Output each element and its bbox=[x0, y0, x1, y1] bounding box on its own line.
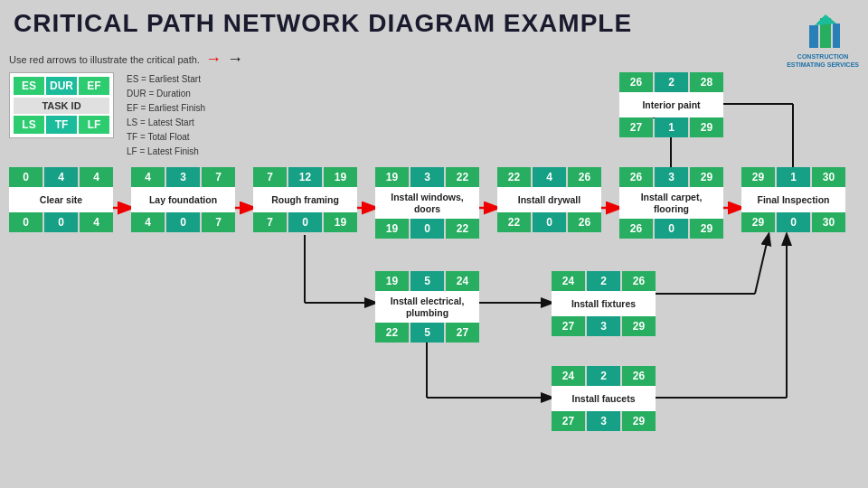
logo: CONSTRUCTION ESTIMATING SERVICES bbox=[787, 7, 859, 69]
node-install-electrical-top: 19 5 24 bbox=[375, 271, 479, 291]
install-faucets-es: 24 bbox=[552, 366, 585, 386]
interior-paint-lf: 29 bbox=[690, 117, 723, 137]
black-arrow-icon: → bbox=[227, 50, 243, 69]
node-install-carpet: 26 3 29 Install carpet, flooring 26 0 29 bbox=[619, 167, 723, 239]
clear-site-es: 0 bbox=[9, 167, 42, 187]
clear-site-ls: 0 bbox=[9, 212, 42, 232]
install-carpet-lf: 29 bbox=[690, 219, 723, 239]
node-install-electrical-bottom: 22 5 27 bbox=[375, 323, 479, 343]
legend-es: ES bbox=[14, 77, 44, 95]
node-install-drywall-bottom: 22 0 26 bbox=[497, 212, 601, 232]
node-final-inspection-bottom: 29 0 30 bbox=[741, 212, 845, 232]
clear-site-label: Clear site bbox=[9, 187, 113, 212]
node-interior-paint-bottom: 27 1 29 bbox=[619, 117, 723, 137]
interior-paint-dur: 2 bbox=[655, 72, 688, 92]
lay-foundation-ls: 4 bbox=[131, 212, 165, 232]
node-install-fixtures-bottom: 27 3 29 bbox=[552, 316, 656, 336]
final-inspection-dur: 1 bbox=[777, 167, 810, 187]
interior-paint-tf: 1 bbox=[655, 117, 688, 137]
legend-definitions: ES = Earliest Start DUR = Duration EF = … bbox=[127, 72, 205, 159]
def-dur: DUR = Duration bbox=[127, 87, 205, 101]
legend-dur: DUR bbox=[46, 77, 77, 95]
install-faucets-ef: 26 bbox=[622, 366, 656, 386]
interior-paint-ls: 27 bbox=[619, 117, 653, 137]
legend-bottom-grid: LS TF LF bbox=[14, 116, 109, 134]
install-fixtures-ef: 26 bbox=[622, 271, 656, 291]
lay-foundation-lf: 7 bbox=[202, 212, 235, 232]
lay-foundation-tf: 0 bbox=[166, 212, 200, 232]
node-rough-framing-bottom: 7 0 19 bbox=[253, 212, 357, 232]
node-clear-site: 0 4 4 Clear site 0 0 4 bbox=[9, 167, 113, 232]
node-lay-foundation-bottom: 4 0 7 bbox=[131, 212, 235, 232]
node-install-faucets: 24 2 26 Install faucets 27 3 29 bbox=[552, 366, 656, 431]
lay-foundation-ef: 7 bbox=[202, 167, 235, 187]
page-title: CRITICAL PATH NETWORK DIAGRAM EXAMPLE bbox=[0, 0, 868, 42]
def-ef: EF = Earliest Finish bbox=[127, 101, 205, 116]
install-electrical-tf: 5 bbox=[410, 323, 444, 343]
node-install-windows-bottom: 19 0 22 bbox=[375, 219, 479, 239]
install-carpet-es: 26 bbox=[619, 167, 653, 187]
install-fixtures-lf: 29 bbox=[622, 316, 656, 336]
node-install-carpet-top: 26 3 29 bbox=[619, 167, 723, 187]
node-install-fixtures: 24 2 26 Install fixtures 27 3 29 bbox=[552, 271, 656, 336]
node-interior-paint: 26 2 28 Interior paint 27 1 29 bbox=[619, 72, 723, 137]
legend-taskid: TASK ID bbox=[14, 98, 109, 114]
node-final-inspection: 29 1 30 Final Inspection 29 0 30 bbox=[741, 167, 845, 232]
install-fixtures-es: 24 bbox=[552, 271, 585, 291]
clear-site-tf: 0 bbox=[44, 212, 78, 232]
node-install-windows: 19 3 22 Install windows, doors 19 0 22 bbox=[375, 167, 479, 239]
clear-site-lf: 4 bbox=[80, 212, 113, 232]
interior-paint-label: Interior paint bbox=[619, 92, 723, 117]
node-install-drywall: 22 4 26 Install drywall 22 0 26 bbox=[497, 167, 601, 232]
node-install-drywall-top: 22 4 26 bbox=[497, 167, 601, 187]
clear-site-ef: 4 bbox=[80, 167, 113, 187]
install-carpet-ef: 29 bbox=[690, 167, 723, 187]
install-windows-es: 19 bbox=[375, 167, 409, 187]
legend-tf: TF bbox=[46, 116, 77, 134]
install-windows-dur: 3 bbox=[410, 167, 444, 187]
install-windows-label: Install windows, doors bbox=[375, 187, 479, 219]
node-install-windows-top: 19 3 22 bbox=[375, 167, 479, 187]
install-fixtures-label: Install fixtures bbox=[552, 291, 656, 316]
node-lay-foundation-top: 4 3 7 bbox=[131, 167, 235, 187]
legend-top-grid: ES DUR EF bbox=[14, 77, 109, 95]
install-electrical-ef: 24 bbox=[446, 271, 479, 291]
def-tf: TF = Total Float bbox=[127, 130, 205, 145]
node-install-electrical: 19 5 24 Install electrical, plumbing 22 … bbox=[375, 271, 479, 343]
rough-framing-label: Rough framing bbox=[253, 187, 357, 212]
install-drywall-label: Install drywall bbox=[497, 187, 601, 212]
def-ls: LS = Latest Start bbox=[127, 116, 205, 130]
final-inspection-label: Final Inspection bbox=[741, 187, 845, 212]
def-es: ES = Earliest Start bbox=[127, 72, 205, 87]
final-inspection-es: 29 bbox=[741, 167, 775, 187]
logo-line1: CONSTRUCTION bbox=[787, 52, 859, 61]
interior-paint-ef: 28 bbox=[690, 72, 723, 92]
svg-marker-3 bbox=[815, 14, 836, 25]
def-lf: LF = Latest Finish bbox=[127, 145, 205, 159]
node-interior-paint-top: 26 2 28 bbox=[619, 72, 723, 92]
install-drywall-ls: 22 bbox=[497, 212, 531, 232]
install-faucets-lf: 29 bbox=[622, 411, 656, 431]
clear-site-dur: 4 bbox=[44, 167, 78, 187]
install-carpet-dur: 3 bbox=[655, 167, 688, 187]
node-clear-site-top: 0 4 4 bbox=[9, 167, 113, 187]
install-electrical-dur: 5 bbox=[410, 271, 444, 291]
lay-foundation-label: Lay foundation bbox=[131, 187, 235, 212]
install-drywall-lf: 26 bbox=[568, 212, 601, 232]
legend-lf: LF bbox=[79, 116, 109, 134]
legend-hint: Use red arrows to illustrate the critica… bbox=[9, 50, 316, 69]
logo-line2: ESTIMATING SERVICES bbox=[787, 61, 859, 69]
rough-framing-ef: 19 bbox=[324, 167, 357, 187]
page: CRITICAL PATH NETWORK DIAGRAM EXAMPLE Us… bbox=[0, 0, 868, 488]
legend-ef: EF bbox=[79, 77, 109, 95]
logo-icon bbox=[800, 7, 845, 52]
rough-framing-lf: 19 bbox=[324, 212, 357, 232]
install-carpet-ls: 26 bbox=[619, 219, 653, 239]
interior-paint-es: 26 bbox=[619, 72, 653, 92]
final-inspection-ef: 30 bbox=[812, 167, 845, 187]
lay-foundation-dur: 3 bbox=[166, 167, 200, 187]
install-electrical-label: Install electrical, plumbing bbox=[375, 291, 479, 323]
node-lay-foundation: 4 3 7 Lay foundation 4 0 7 bbox=[131, 167, 235, 232]
install-electrical-ls: 22 bbox=[375, 323, 409, 343]
node-clear-site-bottom: 0 0 4 bbox=[9, 212, 113, 232]
